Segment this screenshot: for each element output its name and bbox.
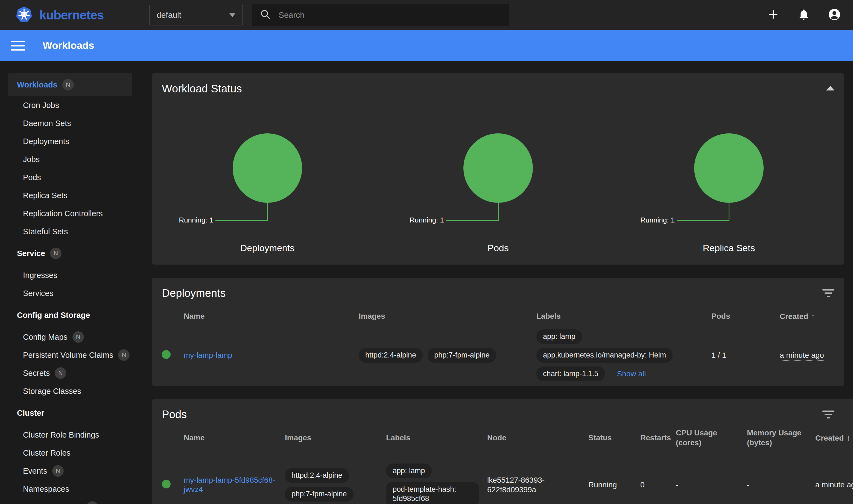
sidebar-item-events[interactable]: EventsN [0, 462, 142, 480]
pie-slice-running[interactable] [694, 133, 764, 203]
column-created[interactable]: Created↑ [815, 433, 853, 443]
leader-line [729, 203, 729, 221]
pie-title: Pods [383, 243, 614, 253]
sidebar-item-label: Ingresses [23, 271, 57, 280]
pie-title: Deployments [152, 243, 383, 253]
sidebar-item-label: Pods [23, 173, 41, 182]
app-bar: Workloads [0, 30, 853, 61]
sidebar-item-cluster-roles[interactable]: Cluster Roles [0, 444, 142, 462]
sidebar-item-services[interactable]: Services [0, 284, 142, 302]
pods-count: 1 / 1 [711, 351, 780, 360]
namespace-value: default [157, 11, 181, 20]
sidebar-item-workloads[interactable]: WorkloadsN [8, 73, 132, 96]
namespace-selector[interactable]: default [149, 5, 243, 25]
leader-line [677, 220, 729, 221]
sidebar-item-namespaces[interactable]: Namespaces [0, 480, 142, 498]
sidebar-item-jobs[interactable]: Jobs [0, 150, 142, 168]
sidebar-item-secrets[interactable]: SecretsN [0, 364, 142, 382]
label-chip: pod-template-hash: 5fd985cf68 [386, 482, 479, 504]
sort-ascending-icon: ↑ [811, 311, 815, 321]
sidebar-item-label: Cluster Role Bindings [23, 431, 99, 439]
sidebar-item-pods[interactable]: Pods [0, 168, 142, 186]
main-content: Workload Status Running: 1DeploymentsRun… [142, 61, 853, 504]
sidebar-item-label: Daemon Sets [23, 119, 71, 128]
sidebar-item-label: Storage Classes [23, 387, 81, 396]
image-chip: php:7-fpm-alpine [285, 487, 354, 502]
column-cpu: CPU Usage (cores) [676, 428, 747, 448]
image-chip: httpd:2.4-alpine [359, 348, 423, 363]
sidebar-item-replica-sets[interactable]: Replica Sets [0, 186, 142, 204]
pie-slice-label: Running: 1 [179, 216, 213, 224]
column-node: Node [487, 433, 588, 443]
column-name: Name [184, 311, 359, 321]
sidebar-item-config-maps[interactable]: Config MapsN [0, 328, 142, 346]
create-resource-button[interactable] [767, 8, 780, 22]
node-name: lke55127-86393-622f8d09399a [487, 475, 582, 494]
leader-line [267, 203, 268, 221]
sidebar-item-label: Config Maps [23, 332, 68, 342]
new-badge: N [72, 331, 84, 343]
sidebar-item-stateful-sets[interactable]: Stateful Sets [0, 222, 142, 240]
sidebar-item-label: Secrets [23, 369, 50, 378]
sidebar-item-label: Replica Sets [23, 191, 68, 200]
kubernetes-logo[interactable]: kubernetes [15, 6, 149, 24]
sidebar-item-ingresses[interactable]: Ingresses [0, 266, 142, 284]
brand-name: kubernetes [39, 8, 104, 22]
memory-usage: - [747, 481, 815, 489]
column-memory: Memory Usage (bytes) [747, 428, 815, 448]
page-title: Workloads [43, 40, 94, 51]
sidebar-item-label: Cluster Roles [23, 449, 71, 457]
filter-icon[interactable] [822, 289, 834, 297]
new-badge: N [118, 349, 129, 361]
labels-cell: app: lamp app.kubernetes.io/managed-by: … [536, 329, 711, 381]
notifications-button[interactable] [797, 8, 810, 22]
sidebar-item-label: Jobs [23, 155, 40, 164]
pie-slice-label: Running: 1 [640, 216, 675, 224]
sidebar-item-service: ServiceN [0, 244, 142, 263]
sidebar-item-label: Network Policies [23, 503, 82, 504]
sidebar-item-cron-jobs[interactable]: Cron Jobs [0, 96, 142, 114]
chevron-down-icon [229, 13, 235, 17]
label-chip: app: lamp [386, 464, 432, 478]
sidebar-nav: WorkloadsNCron JobsDaemon SetsDeployment… [0, 61, 142, 504]
search-bar[interactable] [252, 4, 509, 26]
pie-slice-running[interactable] [463, 133, 533, 203]
search-input[interactable] [279, 11, 501, 20]
show-all-link[interactable]: Show all [617, 369, 646, 379]
labels-cell: app: lamp pod-template-hash: 5fd985cf68 [386, 464, 487, 504]
sidebar-item-label: Events [23, 467, 47, 475]
column-created[interactable]: Created↑ [780, 311, 834, 321]
sort-ascending-icon: ↑ [847, 433, 851, 442]
label-chip: chart: lamp-1.1.5 [536, 366, 605, 381]
filter-icon[interactable] [822, 411, 834, 418]
sidebar-item-cluster: Cluster [0, 404, 142, 422]
sidebar-item-daemon-sets[interactable]: Daemon Sets [0, 114, 142, 132]
sidebar-item-network-policies[interactable]: Network PoliciesN [0, 498, 142, 504]
sidebar-item-label: Cluster [17, 409, 44, 418]
status-running-dot [162, 350, 171, 359]
sidebar-item-label: Cron Jobs [23, 101, 59, 110]
top-bar: kubernetes default [0, 0, 853, 30]
table-row: my-lamp-lamp httpd:2.4-alpinephp:7-fpm-a… [152, 326, 844, 386]
sidebar-item-cluster-role-bindings[interactable]: Cluster Role Bindings [0, 426, 142, 444]
leader-line [446, 220, 498, 221]
sidebar-item-persistent-volume-claims[interactable]: Persistent Volume ClaimsN [0, 346, 142, 364]
workload-pie-pods: Running: 1Pods [383, 95, 614, 265]
sidebar-item-label: Replication Controllers [23, 209, 103, 218]
menu-icon[interactable] [11, 41, 25, 51]
user-menu-button[interactable] [828, 8, 841, 22]
pie-slice-running[interactable] [233, 133, 302, 203]
deployment-name-link[interactable]: my-lamp-lamp [184, 351, 232, 359]
label-chip: app.kubernetes.io/managed-by: Helm [536, 348, 673, 363]
pod-name-link[interactable]: my-lamp-lamp-5fd985cf68-jwvz4 [184, 476, 275, 493]
column-images: Images [285, 433, 386, 443]
sidebar-item-label: Workloads [17, 80, 57, 89]
sidebar-item-deployments[interactable]: Deployments [0, 132, 142, 150]
sidebar-item-replication-controllers[interactable]: Replication Controllers [0, 204, 142, 222]
new-badge: N [50, 248, 61, 259]
images-cell: httpd:2.4-alpinephp:7-fpm-alpine [359, 348, 536, 363]
sidebar-item-storage-classes[interactable]: Storage Classes [0, 382, 142, 400]
collapse-icon[interactable] [826, 86, 834, 90]
bell-icon [798, 8, 810, 22]
plus-icon [767, 8, 780, 22]
